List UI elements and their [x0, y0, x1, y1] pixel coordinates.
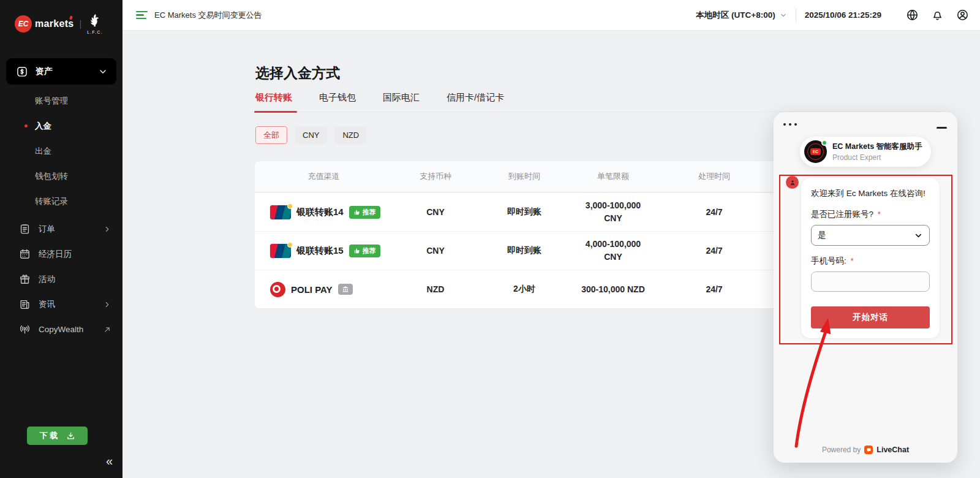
poli-pay-icon — [270, 282, 285, 297]
gift-icon — [19, 273, 31, 285]
sidebar-item-withdraw[interactable]: 出金 — [0, 138, 123, 164]
registered-question-label: 是否已注册账号?* — [811, 209, 930, 220]
deposit-method-tabs: 银行转账 电子钱包 国际电汇 信用卡/借记卡 — [255, 92, 943, 112]
person-icon — [789, 179, 796, 186]
dollar-square-icon — [16, 66, 28, 78]
sidebar-item-news[interactable]: 资讯 — [0, 292, 123, 317]
filter-cny[interactable]: CNY — [295, 126, 327, 144]
sidebar-item-account-management[interactable]: 账号管理 — [0, 88, 123, 113]
tab-bank-transfer[interactable]: 银行转账 — [255, 92, 292, 112]
chevron-down-icon — [914, 231, 923, 240]
livechat-icon — [864, 446, 873, 454]
sidebar-item-assets[interactable]: 资产 — [6, 58, 116, 85]
sidebar-item-orders[interactable]: 订单 — [0, 216, 123, 241]
broadcast-icon — [19, 324, 31, 335]
news-icon — [19, 298, 31, 310]
required-asterisk: * — [878, 210, 881, 219]
bank-icon — [342, 286, 349, 293]
livechat-widget: EC EC Markets 智能客服助手 Product Expert 欢迎来到… — [774, 112, 957, 463]
current-datetime: 2025/10/06 21:25:29 — [805, 10, 881, 20]
powered-by-livechat[interactable]: Powered by LiveChat — [774, 446, 957, 454]
sidebar-item-transfer-records[interactable]: 转账记录 — [0, 189, 123, 214]
topbar-divider — [796, 9, 796, 22]
ec-logo-wordmark: markets — [35, 18, 74, 29]
lfc-crest: L.F.C. — [87, 13, 103, 34]
sidebar-item-economic-calendar[interactable]: 经济日历 — [0, 241, 123, 267]
globe-icon[interactable] — [906, 9, 919, 21]
account-icon[interactable] — [956, 9, 969, 21]
thumbs-up-icon — [353, 209, 360, 216]
assets-submenu: 账号管理 入金 出金 钱包划转 转账记录 — [0, 85, 123, 216]
announcement-list-icon — [136, 11, 148, 20]
currency-filters: 全部 CNY NZD — [255, 126, 367, 144]
announcement-banner[interactable]: EC Markets 交易时间变更公告 — [136, 10, 262, 21]
sidebar-item-copywealth[interactable]: CopyWealth — [0, 317, 123, 342]
thumbs-up-icon — [353, 248, 360, 254]
external-link-icon — [103, 325, 111, 334]
filter-all[interactable]: 全部 — [255, 126, 287, 144]
active-dot — [24, 124, 28, 127]
online-status-dot — [821, 140, 827, 146]
page: EC markets | L.F.C. 资产 账号管理 入金 出金 钱包划转 转… — [0, 0, 980, 478]
bell-icon[interactable] — [931, 9, 944, 21]
sidebar-collapse-button[interactable]: « — [106, 455, 113, 467]
registered-select[interactable]: 是 — [811, 225, 930, 246]
topbar: EC Markets 交易时间变更公告 本地时区 (UTC+8:00) 2025… — [123, 0, 980, 31]
download-icon — [66, 431, 75, 441]
tab-e-wallet[interactable]: 电子钱包 — [319, 92, 356, 112]
chevron-right-icon — [103, 225, 111, 233]
calendar-icon — [19, 248, 31, 260]
agent-avatar: EC — [804, 140, 827, 163]
welcome-message: 欢迎来到 Ec Markets 在线咨询! — [811, 188, 930, 199]
tab-credit-debit-card[interactable]: 信用卡/借记卡 — [447, 92, 504, 112]
chat-message-avatar — [786, 176, 799, 189]
chat-menu-button[interactable] — [783, 123, 797, 126]
topbar-right: 本地时区 (UTC+8:00) 2025/10/06 21:25:29 — [696, 9, 969, 22]
chat-agent-card: EC EC Markets 智能客服助手 Product Expert — [800, 137, 931, 167]
unionpay-icon — [270, 244, 291, 258]
pre-chat-form: 欢迎来到 Ec Markets 在线咨询! 是否已注册账号?* 是 手机号码:*… — [801, 177, 940, 339]
page-title: 选择入金方式 — [255, 64, 340, 83]
recommended-badge: 推荐 — [349, 206, 380, 219]
sidebar-menu: 资产 账号管理 入金 出金 钱包划转 转账记录 订单 经济日历 活动 — [0, 58, 123, 342]
chat-minimize-button[interactable] — [937, 127, 947, 129]
phone-label: 手机号码:* — [811, 256, 930, 267]
sidebar-item-label: 资产 — [36, 66, 53, 77]
bank-badge — [338, 284, 353, 295]
unionpay-icon — [270, 205, 291, 219]
clipboard-icon — [19, 223, 31, 235]
sidebar-item-wallet-transfer[interactable]: 钱包划转 — [0, 164, 123, 189]
start-chat-button[interactable]: 开始对话 — [811, 306, 930, 328]
sidebar-item-activities[interactable]: 活动 — [0, 267, 123, 292]
liverbird-icon — [88, 13, 102, 29]
tab-international-wire[interactable]: 国际电汇 — [383, 92, 420, 112]
brand-logo: EC markets | L.F.C. — [0, 0, 123, 38]
chevron-right-icon — [103, 300, 111, 309]
phone-input[interactable] — [811, 271, 930, 292]
caret-down-icon — [780, 12, 787, 19]
timezone-selector[interactable]: 本地时区 (UTC+8:00) — [696, 10, 786, 21]
required-asterisk: * — [851, 257, 854, 265]
ec-logo-icon: EC — [15, 15, 32, 32]
chevron-down-icon — [98, 67, 108, 77]
logo-divider: | — [79, 19, 81, 29]
sidebar-item-deposit[interactable]: 入金 — [0, 113, 123, 138]
sidebar: EC markets | L.F.C. 资产 账号管理 入金 出金 钱包划转 转… — [0, 0, 123, 478]
recommended-badge: 推荐 — [349, 245, 380, 257]
download-button[interactable]: 下载 — [27, 427, 88, 445]
filter-nzd[interactable]: NZD — [334, 126, 367, 144]
